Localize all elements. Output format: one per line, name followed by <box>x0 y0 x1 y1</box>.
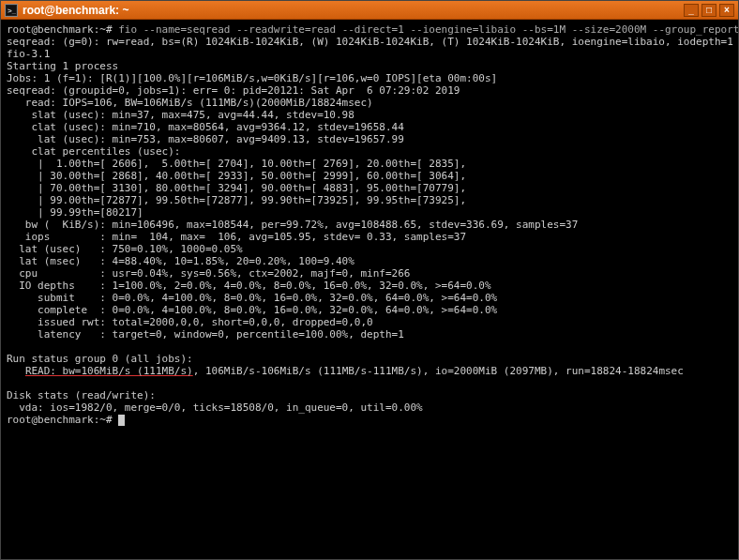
read-summary-highlight: READ: bw=106MiB/s (111MB/s) <box>25 365 193 377</box>
output-line: Starting 1 process <box>7 60 118 72</box>
minimize-button[interactable]: _ <box>684 4 699 17</box>
window-controls: _ □ × <box>684 4 734 17</box>
output-line-pre <box>7 365 25 377</box>
command-line: fio --name=seqread --readwrite=read --di… <box>113 23 738 36</box>
close-button[interactable]: × <box>719 4 734 17</box>
output-line: latency : target=0, window=0, percentile… <box>7 328 404 341</box>
output-line: slat (usec): min=37, max=475, avg=44.44,… <box>7 109 354 121</box>
output-line: vda: ios=1982/0, merge=0/0, ticks=18508/… <box>7 401 423 414</box>
output-line: | 1.00th=[ 2606], 5.00th=[ 2704], 10.00t… <box>7 158 466 170</box>
titlebar[interactable]: >_ root@benchmark: ~ _ □ × <box>1 1 738 20</box>
window-title: root@benchmark: ~ <box>23 4 684 17</box>
output-line: complete : 0=0.0%, 4=100.0%, 8=0.0%, 16=… <box>7 304 497 316</box>
output-line: lat (msec) : 4=88.40%, 10=1.85%, 20=0.20… <box>7 255 354 267</box>
terminal-output[interactable]: root@benchmark:~# fio --name=seqread --r… <box>1 20 738 559</box>
prompt-hash: # <box>106 414 113 426</box>
output-line: lat (usec) : 750=0.10%, 1000=0.05% <box>7 243 243 255</box>
svg-text:>_: >_ <box>8 7 16 15</box>
output-line: issued rwt: total=2000,0,0, short=0,0,0,… <box>7 316 373 328</box>
output-line: seqread: (groupid=0, jobs=1): err= 0: pi… <box>7 84 460 97</box>
output-line: bw ( KiB/s): min=106496, max=108544, per… <box>7 219 578 231</box>
output-line: clat (usec): min=710, max=80564, avg=936… <box>7 121 404 133</box>
output-line: read: IOPS=106, BW=106MiB/s (111MB/s)(20… <box>7 97 373 109</box>
prompt-path: ~ <box>99 414 106 426</box>
output-line: submit : 0=0.0%, 4=100.0%, 8=0.0%, 16=0.… <box>7 292 497 304</box>
output-line: fio-3.1 <box>7 48 50 60</box>
output-line: | 70.00th=[ 3130], 80.00th=[ 3294], 90.0… <box>7 182 466 194</box>
prompt-hash: # <box>106 23 113 36</box>
terminal-window: >_ root@benchmark: ~ _ □ × root@benchmar… <box>0 0 739 560</box>
output-line: iops : min= 104, max= 106, avg=105.95, s… <box>7 231 466 243</box>
output-line: lat (usec): min=753, max=80607, avg=9409… <box>7 133 404 145</box>
output-line: clat percentiles (usec): <box>7 145 180 158</box>
prompt-user: root@benchmark <box>7 414 94 426</box>
output-line: | 30.00th=[ 2868], 40.00th=[ 2933], 50.0… <box>7 170 466 182</box>
prompt-path: ~ <box>99 23 106 36</box>
app-icon: >_ <box>5 4 18 17</box>
cursor <box>118 415 125 426</box>
output-line: Jobs: 1 (f=1): [R(1)][100.0%][r=106MiB/s… <box>7 72 497 84</box>
prompt-user: root@benchmark <box>7 23 94 36</box>
maximize-button[interactable]: □ <box>701 4 716 17</box>
output-line: | 99.99th=[80217] <box>7 206 143 219</box>
output-line-post: , 106MiB/s-106MiB/s (111MB/s-111MB/s), i… <box>193 365 684 377</box>
output-line: cpu : usr=0.04%, sys=0.56%, ctx=2002, ma… <box>7 267 410 280</box>
output-line: | 99.00th=[72877], 99.50th=[72877], 99.9… <box>7 194 466 206</box>
output-line: Run status group 0 (all jobs): <box>7 353 193 365</box>
output-line: Disk stats (read/write): <box>7 389 156 401</box>
output-line: IO depths : 1=100.0%, 2=0.0%, 4=0.0%, 8=… <box>7 280 491 292</box>
output-line: seqread: (g=0): rw=read, bs=(R) 1024KiB-… <box>7 36 733 48</box>
